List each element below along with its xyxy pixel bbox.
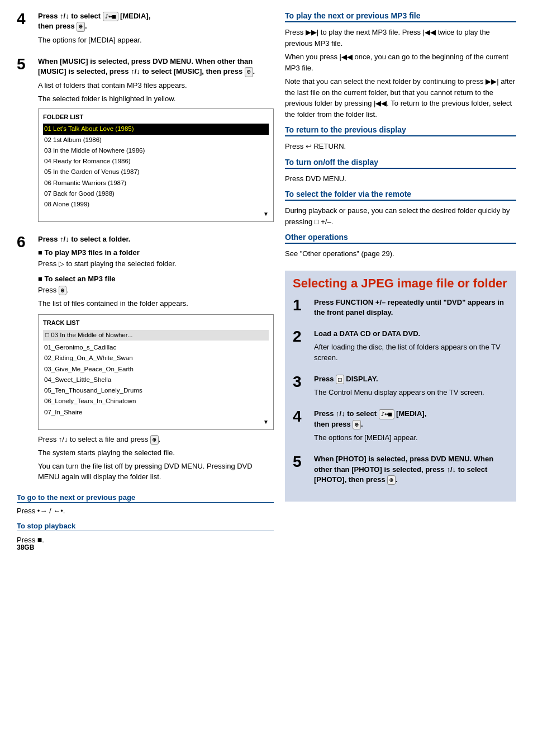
folder-item-05: 05 In the Garden of Venus (1987) (43, 167, 269, 177)
display-icon-btn: □ (336, 375, 344, 384)
jpeg-step-3: 3 Press □ DISPLAY. The Control Menu disp… (293, 374, 508, 401)
step-6-left: 6 Press ↑/↓ to select a folder. To play … (17, 234, 274, 485)
page-number: 38GB (17, 544, 34, 551)
folder-item-03: 03 In the Middle of Nowhere (1986) (43, 145, 269, 156)
substep-select-file: To select an MP3 file Press ⊕. The list … (38, 275, 274, 309)
step-number-6: 6 (17, 234, 32, 250)
mp3-para-3: Note that you can select the next folder… (285, 76, 516, 120)
jpeg-step-3-note: The Control Menu display appears on the … (314, 388, 508, 398)
track-item-02: 02_Riding_On_A_White_Swan (43, 353, 269, 363)
folder-item-02: 02 1st Album (1986) (43, 135, 269, 145)
jpeg-step-4: 4 Press ↑/↓ to select ♪↔■ [MEDIA], then … (293, 409, 508, 446)
step-4-left: 4 Press ↑/↓ to select ♪↔■ [MEDIA], then … (17, 11, 274, 49)
right-column: To play the next or previous MP3 file Pr… (285, 11, 516, 551)
enter-btn-5: ⊕ (245, 67, 253, 77)
nav-next-prev-text: Press •→ / ←•. (17, 505, 274, 517)
enter-btn-4: ⊕ (77, 22, 85, 31)
jpeg-step-5-content: When [PHOTO] is selected, press DVD MENU… (314, 454, 508, 488)
section-return-text: Press ↩ RETURN. (285, 141, 516, 152)
section-return-title: To return to the previous display (285, 125, 516, 136)
jpeg-step-1: 1 Press FUNCTION +/– repeatedly until "D… (293, 297, 508, 321)
step-4-note: The options for [MEDIA] appear. (38, 35, 274, 45)
jpeg-step-num-1: 1 (293, 297, 308, 313)
jpeg-section: Selecting a JPEG image file or folder 1 … (285, 271, 516, 502)
media-icon-btn: ♪↔■ (103, 12, 118, 21)
section-return: To return to the previous display Press … (285, 125, 516, 152)
enter-btn-j4: ⊕ (353, 420, 361, 429)
enter-btn-6b: ⊕ (150, 435, 159, 445)
section-folder-remote: To select the folder via the remote Duri… (285, 190, 516, 227)
jpeg-step-1-content: Press FUNCTION +/– repeatedly until "DVD… (314, 297, 508, 321)
substep-select-text: Press ⊕. (38, 285, 274, 295)
jpeg-step-1-text: Press FUNCTION +/– repeatedly until "DVD… (314, 297, 508, 318)
step-5-left: 5 When [MUSIC] is selected, press DVD ME… (17, 56, 274, 226)
section-mp3-title: To play the next or previous MP3 file (285, 11, 516, 22)
folder-item-04: 04 Ready for Romance (1986) (43, 156, 269, 167)
track-item-07: 07_In_Shaire (43, 407, 269, 418)
folder-list-box: FOLDER LIST 01 Let's Talk About Love (19… (38, 108, 274, 223)
folder-list-title: FOLDER LIST (43, 112, 269, 122)
jpeg-step-2: 2 Load a DATA CD or DATA DVD. After load… (293, 329, 508, 366)
folder-item-07: 07 Back for Good (1988) (43, 188, 269, 199)
track-item-06: 06_Lonely_Tears_In_Chinatown (43, 396, 269, 407)
step-6-content: Press ↑/↓ to select a folder. To play MP… (38, 234, 274, 485)
nav-stop-title: To stop playback (17, 522, 274, 531)
substep-select-title: To select an MP3 file (38, 275, 274, 283)
section-other: Other operations See "Other operations" … (285, 233, 516, 259)
step-6-text: Press ↑/↓ to select a folder. (38, 234, 274, 244)
folder-item-06: 06 Romantic Warriors (1987) (43, 178, 269, 188)
track-list-title: TRACK LIST (43, 318, 269, 328)
folder-scroll-arrow: ▼ (43, 210, 269, 218)
section-folder-remote-text: During playback or pause, you can select… (285, 205, 516, 227)
section-mp3-nextprev: To play the next or previous MP3 file Pr… (285, 11, 516, 120)
section-other-text: See "Other operations" (page 29). (285, 248, 516, 259)
nav-stop: To stop playback Press ■. (17, 522, 274, 546)
jpeg-step-2-text: Load a DATA CD or DATA DVD. (314, 329, 508, 339)
track-item-01: 01_Geronimo_s_Cadillac (43, 342, 269, 353)
section-display-title: To turn on/off the display (285, 158, 516, 169)
step-4-text: Press ↑/↓ to select ♪↔■ [MEDIA], then pr… (38, 11, 274, 32)
substep-play-title: To play MP3 files in a folder (38, 248, 274, 257)
section-other-title: Other operations (285, 233, 516, 244)
step-5-note1: A list of folders that contain MP3 files… (38, 81, 274, 91)
step-4-content: Press ↑/↓ to select ♪↔■ [MEDIA], then pr… (38, 11, 274, 49)
section-folder-remote-title: To select the folder via the remote (285, 190, 516, 201)
enter-btn-6: ⊕ (59, 286, 67, 295)
mp3-para-1: Press ▶▶| to play the next MP3 file. Pre… (285, 27, 516, 49)
substep-play-folder: To play MP3 files in a folder Press ▷ to… (38, 248, 274, 269)
jpeg-section-title: Selecting a JPEG image file or folder (293, 276, 508, 291)
folder-item-01: 01 Let's Talk About Love (1985) (43, 124, 269, 134)
left-column: 4 Press ↑/↓ to select ♪↔■ [MEDIA], then … (17, 11, 274, 551)
media-icon-btn-2: ♪↔■ (379, 409, 394, 419)
jpeg-step-num-3: 3 (293, 374, 308, 390)
jpeg-step-num-5: 5 (293, 454, 308, 470)
track-scroll-arrow: ▼ (43, 418, 269, 426)
track-item-03: 03_Give_Me_Peace_On_Earth (43, 364, 269, 375)
jpeg-step-2-content: Load a DATA CD or DATA DVD. After loadin… (314, 329, 508, 366)
jpeg-step-4-content: Press ↑/↓ to select ♪↔■ [MEDIA], then pr… (314, 409, 508, 446)
step-6-note1: Press ↑/↓ to select a file and press ⊕. (38, 434, 274, 445)
step-5-note2: The selected folder is highlighted in ye… (38, 94, 274, 104)
step-6-note3: You can turn the file list off by pressi… (38, 461, 274, 481)
jpeg-step-5: 5 When [PHOTO] is selected, press DVD ME… (293, 454, 508, 488)
stop-symbol: ■ (37, 535, 42, 544)
step-6-note2: The system starts playing the selected f… (38, 448, 274, 458)
jpeg-step-3-content: Press □ DISPLAY. The Control Menu displa… (314, 374, 508, 401)
nav-next-prev-title: To go to the next or previous page (17, 493, 274, 503)
track-list-box: TRACK LIST □ 03 In the Middle of Nowher.… (38, 314, 274, 430)
enter-btn-j5: ⊕ (387, 475, 396, 485)
jpeg-step-3-text: Press □ DISPLAY. (314, 374, 508, 384)
step-number-4: 4 (17, 11, 32, 27)
jpeg-step-5-text: When [PHOTO] is selected, press DVD MENU… (314, 454, 508, 485)
track-item-04: 04_Sweet_Little_Shella (43, 375, 269, 385)
step-5-text: When [MUSIC] is selected, press DVD MENU… (38, 56, 274, 77)
jpeg-step-4-text: Press ↑/↓ to select ♪↔■ [MEDIA], then pr… (314, 409, 508, 429)
folder-item-08: 08 Alone (1999) (43, 199, 269, 210)
nav-next-prev: To go to the next or previous page Press… (17, 493, 274, 517)
step-5-content: When [MUSIC] is selected, press DVD MENU… (38, 56, 274, 226)
jpeg-step-2-note: After loading the disc, the list of fold… (314, 342, 508, 362)
step-number-5: 5 (17, 56, 32, 72)
substep-play-text: Press ▷ to start playing the selected fo… (38, 259, 274, 269)
substep-select-note: The list of files contained in the folde… (38, 299, 274, 309)
track-item-05: 05_Ten_Thousand_Lonely_Drums (43, 385, 269, 396)
